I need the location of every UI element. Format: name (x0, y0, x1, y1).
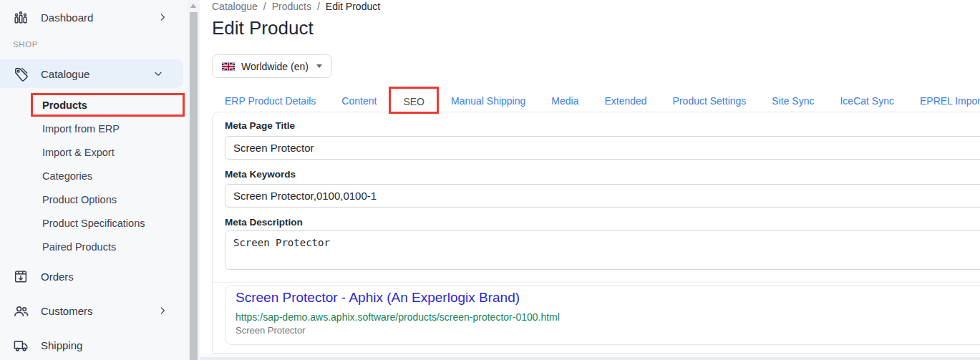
bar-chart-icon (12, 9, 29, 26)
sidebar-item-label: Shipping (41, 339, 82, 351)
language-selector-button[interactable]: Worldwide (en) (212, 54, 332, 78)
tab-seo[interactable]: SEO (389, 89, 438, 113)
sidebar-item-products[interactable]: Products (0, 93, 188, 117)
language-selector-label: Worldwide (en) (241, 61, 309, 72)
breadcrumb-separator: / (317, 1, 320, 12)
tab-bar: ERP Product Details Content SEO Manual S… (212, 89, 980, 112)
breadcrumb-current: Edit Product (326, 1, 380, 12)
scrollbar-thumb[interactable] (190, 12, 198, 360)
users-icon (12, 302, 29, 319)
serp-preview-url: https:/sap-demo.aws.aphix.software/produ… (236, 311, 560, 323)
sidebar-section-shop: SHOP (13, 40, 38, 49)
serp-preview-description: Screen Protector (236, 325, 306, 336)
page-title: Edit Product (212, 17, 314, 39)
sidebar-item-customers[interactable]: Customers (0, 299, 188, 322)
chevron-right-icon (157, 12, 168, 22)
truck-icon (12, 336, 29, 354)
sidebar-item-shipping[interactable]: Shipping (0, 334, 188, 356)
meta-page-title-label: Meta Page Title (225, 120, 295, 131)
serp-preview-title: Screen Protector - Aphix (An Experlogix … (236, 290, 520, 306)
tab-site-sync[interactable]: Site Sync (759, 89, 827, 112)
sidebar-item-label: Customers (41, 305, 93, 317)
meta-keywords-label: Meta Keywords (225, 169, 296, 180)
meta-description-textarea[interactable]: Screen Protector (225, 230, 980, 270)
breadcrumb: Catalogue / Products / Edit Product (212, 1, 380, 12)
sidebar-item-label: Orders (41, 271, 74, 283)
caret-down-icon (316, 64, 322, 68)
sidebar-item-label: Dashboard (41, 11, 93, 24)
serp-preview-card: Screen Protector - Aphix (An Experlogix … (225, 285, 980, 345)
sidebar: Dashboard SHOP Catalogue Products (0, 0, 188, 360)
chevron-right-icon (157, 306, 168, 316)
sidebar-item-catalogue[interactable]: Catalogue (0, 59, 183, 88)
sidebar-item-import-export[interactable]: Import & Export (0, 140, 188, 164)
sidebar-item-orders[interactable]: Orders (0, 265, 188, 288)
divider (213, 282, 980, 283)
catalogue-submenu: Products Import from ERP Import & Export… (0, 93, 188, 258)
tab-product-settings[interactable]: Product Settings (660, 89, 760, 112)
seo-tab-panel: Meta Page Title Meta Keywords Meta Descr… (212, 112, 980, 354)
bottom-edge-strip (200, 357, 980, 360)
main-content: Catalogue / Products / Edit Product Edit… (200, 0, 980, 360)
tab-extended[interactable]: Extended (591, 89, 659, 112)
tab-icecat-sync[interactable]: IceCat Sync (827, 89, 906, 112)
breadcrumb-separator: / (263, 1, 266, 12)
sidebar-item-paired-products[interactable]: Paired Products (0, 235, 188, 258)
tab-manual-shipping[interactable]: Manual Shipping (438, 89, 538, 112)
meta-page-title-input[interactable] (225, 136, 980, 160)
sidebar-item-dashboard[interactable]: Dashboard (0, 6, 188, 29)
breadcrumb-products[interactable]: Products (272, 1, 311, 12)
sidebar-item-product-options[interactable]: Product Options (0, 188, 188, 211)
scrollbar-up-arrow-icon[interactable] (190, 4, 196, 8)
vertical-scrollbar[interactable] (188, 0, 200, 360)
meta-keywords-input[interactable] (225, 184, 980, 208)
sidebar-item-label: Catalogue (41, 68, 89, 80)
tab-eprel-import[interactable]: EPREL Import (907, 89, 980, 112)
tag-icon (12, 65, 29, 82)
package-icon (12, 268, 29, 285)
tab-erp-product-details[interactable]: ERP Product Details (212, 89, 329, 112)
chevron-down-icon (153, 69, 163, 79)
tab-media[interactable]: Media (538, 89, 591, 112)
sidebar-item-categories[interactable]: Categories (0, 164, 188, 188)
uk-flag-icon (222, 62, 235, 71)
breadcrumb-catalogue[interactable]: Catalogue (212, 1, 258, 12)
meta-description-label: Meta Description (225, 217, 303, 228)
sidebar-item-import-from-erp[interactable]: Import from ERP (0, 117, 188, 140)
tab-content[interactable]: Content (329, 89, 389, 112)
sidebar-item-product-specifications[interactable]: Product Specifications (0, 211, 188, 235)
edit-product-page: Dashboard SHOP Catalogue Products (0, 0, 980, 360)
